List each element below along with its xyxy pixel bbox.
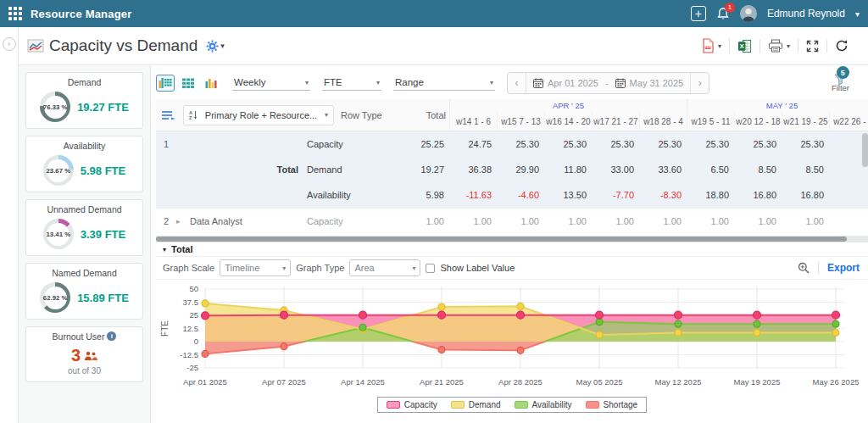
date-prev-button[interactable]: ‹ (508, 73, 526, 93)
week-column-header: w21 19 - 25 (782, 113, 829, 131)
app-grid-icon[interactable] (8, 7, 22, 20)
x-tick-label: Apr 14 2025 (341, 377, 385, 387)
bar-chart-view-icon (205, 77, 218, 89)
kpi-label: Burnout User i (31, 331, 137, 342)
shortage-point (281, 343, 287, 350)
x-tick-label: May 19 2025 (734, 377, 781, 387)
total-cell: 5.98 (402, 190, 449, 200)
top-app-bar: Resource Manager + 1 Edmund Reynold ▾ (0, 0, 868, 27)
print-button[interactable]: ▾ (760, 39, 798, 53)
vertical-scrollbar[interactable] (862, 133, 868, 167)
rail-expand-button[interactable]: › (3, 37, 16, 51)
burnout-count: 3 (71, 346, 97, 365)
row-name: Data Analyst (190, 216, 307, 226)
date-next-button[interactable]: › (690, 73, 709, 93)
view-combined-button[interactable] (156, 75, 175, 92)
date-to-field[interactable]: May 31 2025 (609, 73, 691, 93)
chart-canvas: 5037.52512.50-12.5-25Apr 01 2025Apr 07 2… (158, 283, 860, 392)
table-body: 1Capacity25.2524.7525.3025.3025.3025.302… (156, 131, 868, 233)
zoom-in-icon[interactable] (798, 262, 810, 274)
week-header-row: w14 1 - 6w15 7 - 13w16 14 - 20w17 21 - 2… (449, 113, 868, 131)
printer-icon (768, 39, 783, 53)
row-menu-icon[interactable] (161, 109, 176, 121)
availability-point (596, 319, 603, 326)
week-value-cell: -4.60 (497, 190, 544, 200)
legend-item: Demand (451, 400, 501, 409)
legend-label: Demand (469, 400, 501, 409)
week-value-cell: 24.75 (449, 139, 497, 149)
week-value-cell: -7.70 (592, 190, 639, 200)
kpi-value: 5.98 FTE (81, 164, 125, 177)
notifications-button[interactable]: 1 (716, 7, 730, 21)
demand-point (517, 303, 524, 309)
legend-label: Shortage (604, 400, 638, 409)
table-row: 2▸Data AnalystCapacity1.001.001.001.001.… (156, 208, 868, 233)
x-tick-label: Apr 21 2025 (420, 377, 464, 387)
export-excel-button[interactable]: X (730, 39, 760, 53)
week-value-cell: 16.80 (782, 190, 829, 200)
view-grid-button[interactable] (179, 75, 198, 92)
graph-type-select[interactable]: Area▾ (349, 259, 420, 276)
range-select[interactable]: Range▾ (393, 75, 495, 91)
svg-text:X: X (739, 42, 744, 50)
row-type-header: Row Type (341, 110, 382, 120)
week-value-cell: 1.00 (734, 216, 782, 226)
kpi-value: 15.89 FTE (77, 292, 129, 304)
line-chart-icon (27, 39, 44, 53)
fullscreen-button[interactable] (798, 40, 827, 53)
week-column-header: w14 1 - 6 (449, 113, 497, 131)
refresh-button[interactable] (827, 39, 856, 53)
week-column-header: w19 5 - 11 (687, 113, 734, 131)
gear-icon (206, 40, 219, 53)
row-type-cell: Capacity (307, 139, 402, 149)
group-by-select[interactable]: AZ Primary Role + Resource... ▾ (183, 105, 334, 125)
y-tick-label: 37.5 (183, 298, 199, 307)
week-value-cell: 1.00 (449, 216, 497, 226)
export-pdf-button[interactable]: PDF ▾ (693, 38, 730, 53)
collapse-icon[interactable]: ▾ (163, 246, 166, 253)
graph-scale-select[interactable]: Timeline▾ (220, 259, 291, 276)
month-group-header: APR ' 25 (449, 99, 687, 113)
page-title: Capacity vs Demand (49, 36, 198, 55)
horizontal-scrollbar-thumb[interactable] (156, 237, 847, 242)
fullscreen-icon (806, 40, 819, 53)
table-row: 1Capacity25.2524.7525.3025.3025.3025.302… (156, 131, 868, 157)
week-value-cell: 25.30 (497, 139, 544, 149)
add-button[interactable]: + (691, 6, 706, 21)
date-from-field[interactable]: Apr 01 2025 (526, 73, 605, 93)
availability-point (359, 324, 366, 331)
pdf-caret-icon: ▾ (718, 42, 721, 50)
az-sort-icon: AZ (189, 110, 198, 120)
row-expander-icon[interactable]: ▸ (176, 217, 190, 225)
unnamed-demand-donut: 13.41 % (43, 219, 74, 249)
x-tick-label: May 26 2025 (813, 377, 860, 387)
week-column-header: w22 26 - 1 (829, 113, 868, 131)
demand-point (675, 329, 682, 336)
avatar[interactable] (740, 5, 757, 22)
export-chart-button[interactable]: Export (827, 262, 860, 274)
page-settings-button[interactable]: ▾ (206, 40, 225, 53)
week-value-cell: 1.00 (639, 216, 687, 226)
unit-select[interactable]: FTE▾ (322, 75, 381, 91)
week-value-cell: 8.50 (734, 164, 782, 175)
show-label-value-checkbox[interactable] (426, 264, 435, 273)
info-icon[interactable]: i (107, 331, 116, 341)
user-menu-chevron-icon[interactable]: ▾ (855, 9, 860, 19)
y-tick-label: -12.5 (180, 350, 198, 359)
week-value-cell: 1.00 (544, 216, 592, 226)
capacity-point (675, 311, 682, 319)
legend-item: Shortage (586, 400, 638, 409)
kpi-label: Unnamed Demand (31, 204, 137, 214)
refresh-icon (835, 39, 849, 53)
period-select[interactable]: Weekly▾ (232, 75, 310, 91)
row-type-cell: Capacity (307, 216, 402, 226)
week-value-cell: 6.50 (687, 164, 734, 175)
week-value-cell: 1.00 (687, 216, 734, 226)
view-chart-button[interactable] (202, 75, 220, 92)
user-name: Edmund Reynold (767, 8, 845, 19)
week-column-header: w17 21 - 27 (592, 113, 639, 131)
week-value-cell: 29.90 (497, 164, 544, 175)
caret-down-icon: ▾ (305, 79, 309, 86)
filter-button[interactable]: 5 Filter (832, 74, 860, 92)
capacity-point (359, 311, 367, 319)
